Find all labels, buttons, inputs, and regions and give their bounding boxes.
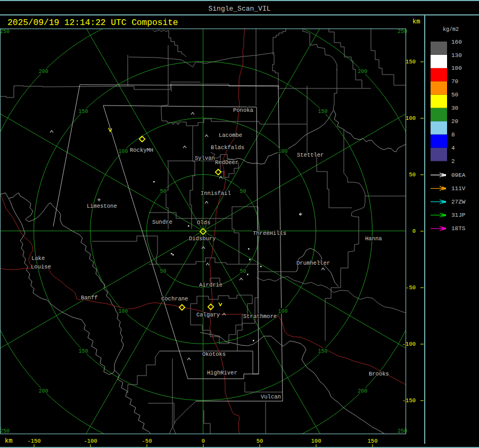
svg-text:Blackfalds: Blackfalds	[211, 144, 244, 151]
svg-text:Stettler: Stettler	[297, 152, 324, 158]
svg-text:100: 100	[119, 308, 128, 314]
svg-text:-100: -100	[84, 438, 97, 444]
svg-text:Limestone: Limestone	[87, 203, 117, 209]
svg-text:HighRiver: HighRiver	[207, 370, 237, 376]
svg-text:50: 50	[160, 268, 166, 274]
svg-text:2025/09/19 12:14:22 UTC Compos: 2025/09/19 12:14:22 UTC Composite	[7, 18, 178, 28]
svg-text:200: 200	[39, 69, 48, 75]
svg-text:150: 150	[406, 59, 416, 65]
svg-text:150: 150	[318, 109, 327, 115]
svg-text:Sylvan: Sylvan	[195, 155, 215, 161]
svg-text:100: 100	[406, 115, 416, 121]
svg-text:0: 0	[202, 438, 205, 444]
svg-text:RedDeer: RedDeer	[215, 159, 238, 166]
svg-text:Innisfail: Innisfail	[201, 190, 231, 197]
svg-text:200: 200	[39, 388, 48, 394]
svg-text:100: 100	[451, 65, 462, 71]
svg-text:30: 30	[451, 105, 458, 111]
svg-text:0: 0	[412, 228, 416, 234]
svg-text:Cochrane: Cochrane	[161, 296, 188, 302]
svg-text:Vulcan: Vulcan	[261, 394, 281, 400]
svg-text:Brooks: Brooks	[369, 371, 389, 377]
svg-text:kg/m2: kg/m2	[443, 27, 459, 32]
svg-text:8: 8	[451, 132, 455, 138]
svg-text:130: 130	[451, 52, 462, 59]
svg-text:70: 70	[451, 78, 458, 85]
svg-text:km: km	[412, 18, 420, 26]
svg-text:Airdrie: Airdrie	[199, 282, 222, 288]
svg-text:150: 150	[318, 348, 327, 354]
svg-text:50: 50	[257, 438, 263, 444]
svg-text:50: 50	[451, 92, 458, 98]
svg-text:100: 100	[278, 308, 287, 314]
svg-text:-50: -50	[406, 284, 416, 291]
svg-text:100: 100	[119, 149, 128, 154]
svg-text:-100: -100	[402, 341, 416, 347]
svg-text:50: 50	[240, 268, 246, 274]
svg-text:Lacombe: Lacombe	[219, 132, 242, 139]
svg-text:100: 100	[311, 438, 321, 444]
svg-text:09EA: 09EA	[451, 172, 466, 178]
svg-text:Louise: Louise	[31, 264, 51, 270]
svg-text:Strathmore: Strathmore	[243, 313, 277, 320]
svg-text:4: 4	[451, 145, 455, 151]
svg-text:150: 150	[79, 109, 88, 115]
svg-text:200: 200	[358, 388, 367, 394]
svg-text:160: 160	[451, 39, 462, 45]
svg-text:Olds: Olds	[197, 219, 210, 226]
svg-text:Lake: Lake	[31, 255, 45, 262]
svg-text:Single_Scan_VIL: Single_Scan_VIL	[208, 5, 270, 13]
svg-text:Okotoks: Okotoks	[202, 351, 226, 357]
svg-text:-150: -150	[402, 397, 416, 404]
svg-text:ThreeHills: ThreeHills	[253, 230, 286, 237]
svg-text:RockyMH: RockyMH	[130, 147, 153, 153]
svg-text:Didsbury: Didsbury	[189, 235, 216, 242]
svg-text:50: 50	[160, 189, 166, 194]
svg-text:200: 200	[358, 69, 367, 75]
svg-text:50: 50	[409, 172, 416, 178]
svg-text:111V: 111V	[451, 185, 466, 192]
svg-text:Sundre: Sundre	[152, 219, 172, 225]
svg-text:Ponoka: Ponoka	[233, 107, 253, 113]
svg-text:-150: -150	[27, 438, 40, 444]
svg-text:km: km	[5, 437, 12, 445]
svg-text:150: 150	[79, 348, 88, 354]
svg-text:250: 250	[0, 29, 10, 35]
svg-text:18TS: 18TS	[451, 225, 466, 232]
svg-text:50: 50	[240, 189, 246, 194]
svg-text:31JP: 31JP	[451, 212, 466, 218]
svg-text:2: 2	[451, 158, 455, 165]
svg-text:150: 150	[368, 438, 378, 444]
svg-text:27ZW: 27ZW	[451, 199, 466, 205]
svg-text:100: 100	[278, 149, 287, 154]
svg-text:20: 20	[451, 118, 458, 125]
svg-text:Drumheller: Drumheller	[296, 260, 330, 266]
svg-text:Banff: Banff	[81, 295, 98, 301]
svg-text:-50: -50	[142, 438, 152, 444]
svg-text:250: 250	[0, 428, 10, 434]
svg-text:Calgary: Calgary	[196, 312, 220, 318]
svg-text:Hanna: Hanna	[365, 235, 382, 242]
